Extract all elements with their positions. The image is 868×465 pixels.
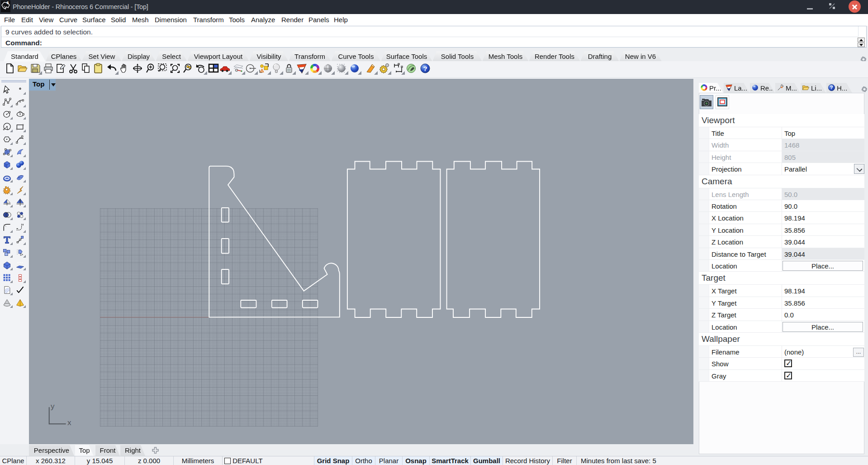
svg-text:6: 6 bbox=[6, 0, 9, 5]
svg-text:y: y bbox=[51, 402, 55, 411]
svg-text:x: x bbox=[67, 418, 71, 427]
